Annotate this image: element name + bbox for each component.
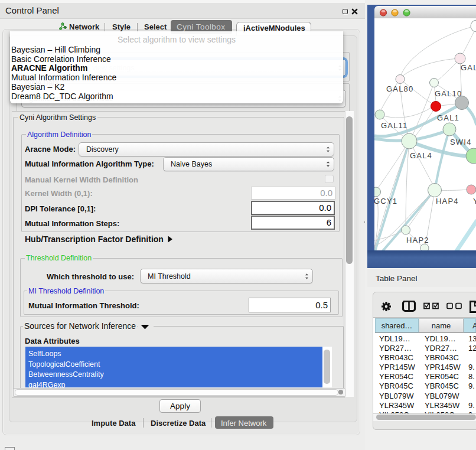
svg-text:Y: Y — [473, 197, 476, 206]
svg-text:HAP4: HAP4 — [436, 197, 459, 206]
svg-text:SWI4: SWI4 — [450, 138, 472, 146]
svg-text:GAL1: GAL1 — [437, 113, 459, 122]
svg-text:GCY1: GCY1 — [374, 197, 397, 206]
svg-text:GAL10: GAL10 — [435, 89, 462, 98]
svg-text:GAL4: GAL4 — [410, 151, 432, 160]
svg-text:HAP2: HAP2 — [406, 236, 429, 244]
svg-text:GAL: GAL — [461, 63, 476, 72]
svg-text:GAL11: GAL11 — [381, 121, 408, 130]
svg-text:GAL80: GAL80 — [386, 84, 413, 93]
